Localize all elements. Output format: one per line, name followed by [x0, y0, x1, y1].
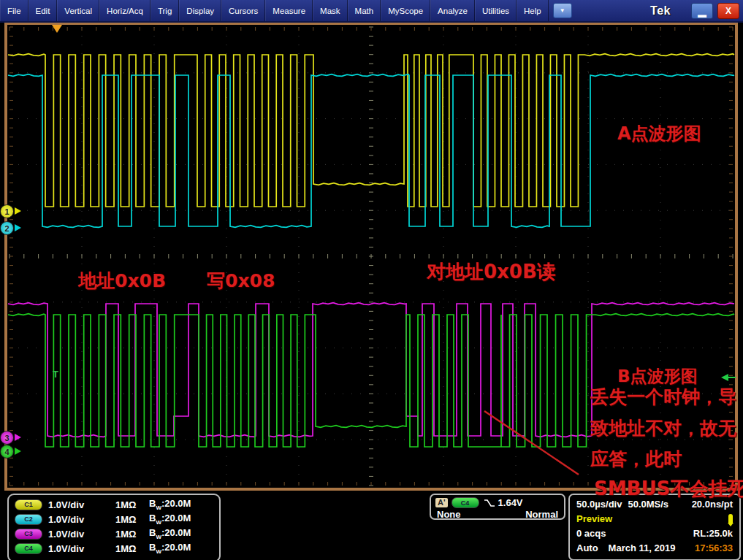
annotation-write: 写0x08: [207, 269, 275, 293]
menu-vertical[interactable]: Vertical: [57, 0, 99, 21]
falling-edge-icon: [484, 498, 495, 508]
minimize-icon: ▬: [698, 13, 706, 16]
annotation-note-line2: 致地址不对，故无: [590, 416, 736, 440]
channel-3-readout: C3 1.0V/div 1MΩ BW:20.0M: [9, 526, 219, 541]
horizontal-readout-panel: 50.0µs/div 50.0MS/s 20.0ns/pt Preview 0 …: [568, 494, 741, 560]
menu-trig[interactable]: Trig: [150, 0, 179, 21]
channel-4-arrow-icon: [15, 448, 21, 455]
menu-mask[interactable]: Mask: [313, 0, 347, 21]
channel-4-impedance: 1MΩ: [115, 543, 149, 554]
channel-2-button[interactable]: C2: [15, 514, 42, 525]
channel-3-arrow-icon: [15, 434, 21, 441]
channel-2-bandwidth: BW:20.0M: [149, 513, 191, 526]
channel-1-readout: C1 1.0V/div 1MΩ BW:20.0M: [9, 497, 219, 512]
close-button[interactable]: X: [717, 3, 739, 19]
menu-display[interactable]: Display: [179, 0, 221, 21]
channel-2-impedance: 1MΩ: [115, 514, 149, 525]
trigger-mode: None: [437, 509, 461, 520]
menu-bar: File Edit Vertical Horiz/Acq Trig Displa…: [0, 0, 743, 23]
tek-logo: Tek: [650, 0, 671, 21]
close-icon: X: [725, 6, 731, 16]
channel-2-scale: 1.0V/div: [48, 514, 115, 525]
channel-4-scale: 1.0V/div: [48, 543, 115, 554]
trigger-mode-auto: Auto: [576, 542, 598, 553]
channel-readout-panel: C1 1.0V/div 1MΩ BW:20.0M C2 1.0V/div 1MΩ…: [7, 494, 221, 560]
record-length: RL:25.0k: [693, 528, 733, 539]
channel-3-bandwidth: BW:20.0M: [149, 527, 191, 540]
menu-dropdown-button[interactable]: ▼: [553, 3, 572, 18]
channel-2-readout: C2 1.0V/div 1MΩ BW:20.0M: [9, 512, 219, 526]
channel-4-bandwidth: BW:20.0M: [149, 542, 191, 555]
minimize-button[interactable]: ▬: [691, 3, 713, 19]
clock-display: 17:56:33: [695, 542, 733, 553]
menu-utilities[interactable]: Utilities: [475, 0, 517, 21]
channel-3-marker[interactable]: 3: [0, 431, 14, 445]
annotation-note-line1: 丢失一个时钟，导: [590, 385, 736, 409]
channel-1-arrow-icon: [15, 207, 21, 215]
channel-4-button[interactable]: C4: [15, 543, 42, 554]
channel-4-readout: C4 1.0V/div 1MΩ BW:20.0M: [9, 541, 219, 556]
thermometer-icon: [728, 514, 733, 523]
menu-horiz-acq[interactable]: Horiz/Acq: [99, 0, 150, 21]
channel-1-bandwidth: BW:20.0M: [149, 498, 191, 511]
trigger-readout-panel: A' C4 1.64V None Normal: [430, 494, 565, 520]
trigger-source-badge[interactable]: A': [435, 498, 448, 507]
menu-math[interactable]: Math: [348, 0, 381, 21]
channel-3-button[interactable]: C3: [15, 529, 42, 540]
menu-myscope[interactable]: MyScope: [381, 0, 430, 21]
channel-2-arrow-icon: [15, 224, 21, 231]
annotation-point-a: A点波形图: [617, 122, 701, 145]
annotation-address: 地址0x0B: [78, 269, 166, 293]
channel-2-marker[interactable]: 2: [0, 221, 14, 235]
channel-4-marker[interactable]: 4: [0, 445, 14, 459]
menu-edit[interactable]: Edit: [28, 0, 58, 21]
oscilloscope-screen: File Edit Vertical Horiz/Acq Trig Displa…: [0, 0, 743, 560]
menu-file[interactable]: File: [0, 0, 28, 21]
annotation-read: 对地址0x0B读: [427, 259, 556, 285]
date-display: March 11, 2019: [609, 542, 676, 553]
chevron-down-icon: ▼: [560, 7, 565, 14]
annotation-note-line3: 应答，此时: [590, 447, 682, 471]
menu-analyze[interactable]: Analyze: [430, 0, 475, 21]
channel-3-impedance: 1MΩ: [115, 529, 149, 540]
menu-cursors[interactable]: Cursors: [221, 0, 265, 21]
channel-1-marker[interactable]: 1: [0, 204, 14, 218]
trigger-channel-button[interactable]: C4: [451, 497, 479, 508]
channel-1-button[interactable]: C1: [15, 499, 42, 510]
annotation-note-line4: SMBUS不会挂死: [594, 476, 743, 502]
channel-1-impedance: 1MΩ: [115, 499, 149, 510]
acquisition-status: Preview: [576, 513, 612, 524]
trigger-level: 1.64V: [498, 497, 523, 508]
channel-3-scale: 1.0V/div: [48, 529, 115, 540]
channel-1-scale: 1.0V/div: [48, 499, 115, 510]
trigger-type: Normal: [525, 509, 558, 520]
menu-measure[interactable]: Measure: [265, 0, 313, 21]
acquisition-count: 0 acqs: [576, 528, 606, 539]
menu-help[interactable]: Help: [517, 0, 549, 21]
